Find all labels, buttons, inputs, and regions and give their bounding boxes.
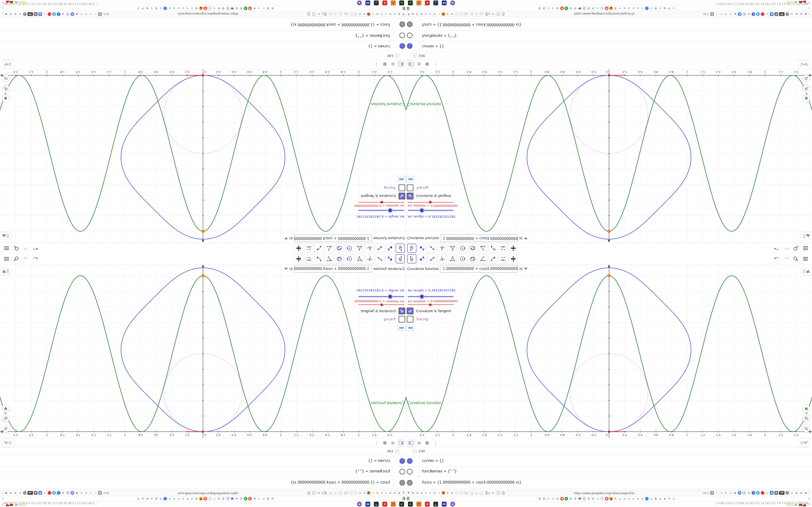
recorder-icon[interactable] [48,12,51,16]
stylebar-kebab-button[interactable]: ⋮ [373,439,380,446]
favicon-icon[interactable]: ▲ [199,6,203,10]
translator-icon[interactable]: A [70,491,74,495]
ghost-icon[interactable] [459,12,463,16]
favicon-icon[interactable]: ◈ [636,6,640,10]
algebra-row-curves[interactable]: curves = {} [0,455,406,466]
blocker-icon[interactable]: ⊘ [799,12,803,16]
visibility-toggle-curves[interactable] [407,458,412,464]
favicon-icon[interactable]: ◈ [636,497,640,501]
polygon-tool-button[interactable] [448,254,457,264]
favicon-icon[interactable]: W [231,6,234,10]
arc-length-slider-knob[interactable] [419,294,424,299]
ring-icon[interactable] [339,492,342,495]
algebra-row-curves[interactable]: curves = {} [406,455,812,466]
chevron-up-icon[interactable]: ∧ [2,7,4,10]
ublock-icon[interactable]: UD [28,491,33,495]
favicon-icon[interactable]: f [667,6,671,10]
ring-icon[interactable] [480,12,483,15]
forward-icon[interactable]: → [719,12,723,16]
chevron-down-icon[interactable] [524,237,527,239]
dark-d-icon[interactable]: D [34,12,38,16]
favicon-icon[interactable] [163,6,167,10]
favicon-icon[interactable]: Я [560,6,564,10]
favicon-icon[interactable]: G [538,497,541,501]
globe-icon[interactable]: ⊕ [393,491,397,495]
thumb-icon[interactable]: ⊕ [795,491,798,495]
translator-icon[interactable]: A [70,12,74,16]
favicon-icon[interactable]: ◈ [627,497,631,501]
updater-icon[interactable]: U [756,491,760,495]
favicon-icon[interactable]: i [600,6,604,10]
algebra-descriptions-button[interactable] [2,60,14,68]
favicon-icon[interactable]: ◈ [623,6,626,10]
polygon-tool-button[interactable] [448,243,457,253]
wrench-icon[interactable]: / [371,491,375,495]
blocker-icon[interactable]: ⊘ [9,491,13,495]
balloon-logo-icon[interactable]: Y [402,491,405,495]
favicon-icon[interactable]: G [235,497,239,501]
recorder-icon[interactable] [761,12,764,16]
translate-icon[interactable]: A [98,12,102,16]
graphics-stylebar-toggle[interactable] [801,267,812,275]
bookmark-star-icon[interactable]: ☆ [715,12,718,16]
tracing-checkbox[interactable] [399,316,405,323]
globe-icon[interactable]: ⊕ [415,12,419,16]
search-button[interactable] [792,255,800,263]
translate-icon[interactable]: A [98,491,102,495]
favicon-icon[interactable]: G [240,497,243,501]
back-arrow-icon[interactable]: ← [492,491,495,495]
favicon-icon[interactable]: ◈ [159,6,163,10]
list-header-row[interactable]: − List [0,52,406,60]
visibility-toggle-curves[interactable] [407,43,412,49]
favicon-icon[interactable]: G [587,497,591,501]
globe-icon[interactable]: ⊕ [433,12,437,16]
reload-icon[interactable]: ↻ [84,12,88,16]
reflect-tool-button[interactable] [314,243,323,253]
graphics-view[interactable]: -2.4-2.2-2-1.8-1.6-1.4-1.2-1-0.8-0.6-0.4… [406,69,812,243]
folder-icon[interactable] [322,491,326,495]
favicon-icon[interactable]: ◎ [262,497,265,501]
search-button[interactable] [12,244,20,252]
favicon-icon[interactable]: ◈ [672,6,675,10]
folder-icon[interactable] [322,12,326,16]
favicon-icon[interactable]: ◎ [596,497,600,501]
olive-circle-icon[interactable]: ◉ [397,491,401,495]
owl-app-icon[interactable]: ◉ [357,0,362,5]
counter-icon[interactable]: 0 [66,491,69,495]
move-graphics-tool-button[interactable] [509,254,518,264]
counter-icon[interactable]: 0 [743,12,746,16]
file-manager-icon[interactable]: ▤ [399,502,404,507]
olive-circle-icon[interactable]: ◉ [411,12,415,16]
trash-icon[interactable]: ▯ [765,12,769,16]
point-tool-button[interactable]: A [417,254,426,264]
visibility-toggle-funcnames[interactable] [400,469,405,474]
favicon-icon[interactable]: f [141,497,145,501]
angle-tool-button[interactable] [478,243,488,253]
move-graphics-tool-button[interactable] [294,254,303,264]
recorder-icon[interactable] [761,491,764,495]
favicon-icon[interactable]: G [195,497,198,501]
favicon-icon[interactable]: ◈ [177,497,181,501]
main-menu-button[interactable] [802,255,809,263]
ring-icon[interactable] [329,12,332,15]
search-button[interactable] [12,255,20,263]
firefox-icon[interactable] [442,12,445,16]
arc-position-slider-knob[interactable] [380,201,383,204]
angle-tool-button[interactable] [478,254,488,264]
redo-button[interactable] [782,244,790,252]
graphics-view[interactable]: -2.4-2.2-2-1.8-1.6-1.4-1.2-1-0.8-0.6-0.4… [406,264,812,438]
lock-icon[interactable] [502,491,505,495]
shield-badge-icon[interactable]: ◇ [785,12,789,16]
zoom-in-button[interactable] [2,85,10,93]
favicon-icon[interactable]: ◈ [627,6,631,10]
favicon-icon[interactable]: ◈ [150,497,154,501]
dot-icon[interactable] [475,492,477,495]
reload-icon[interactable]: ↻ [724,491,728,495]
curvature-function-input[interactable]: 1.000000000000 + cos(4.000000000000 x) [440,235,518,242]
favicon-icon[interactable]: Я [605,6,609,10]
forward-icon[interactable]: → [89,12,93,16]
updater-icon[interactable]: U [52,491,56,495]
back-arrow-icon[interactable]: ← [317,491,320,495]
redo-button[interactable] [782,255,790,263]
algebra-row-funcs[interactable]: funcs = {1.000000000000 + cos(4.00000000… [406,476,812,489]
